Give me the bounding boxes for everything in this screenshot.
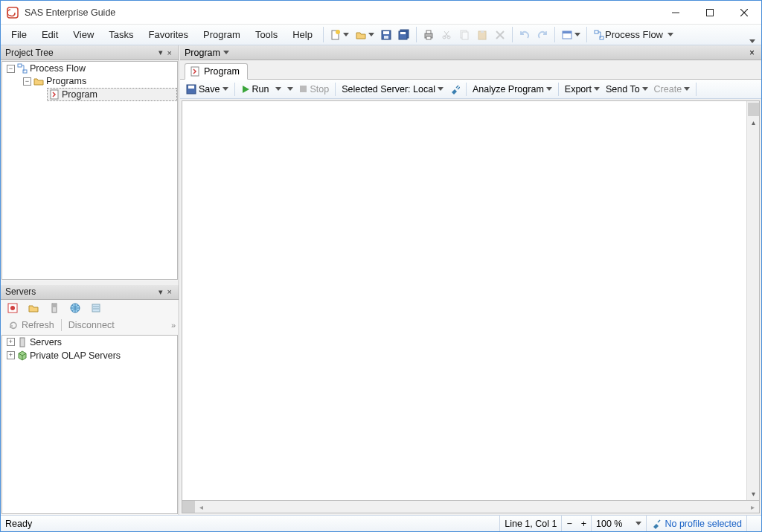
cursor-position: Line 1, Col 1 (499, 516, 561, 531)
zoom-in-button[interactable]: + (577, 516, 591, 531)
pin-button[interactable]: ▾ (156, 287, 165, 297)
tree-node-programs[interactable]: − Programs (22, 75, 177, 87)
chevrons-icon[interactable]: » (171, 321, 176, 330)
zoom-out-button[interactable]: − (561, 516, 576, 531)
analyze-button[interactable]: Analyze Program (470, 84, 555, 94)
send-to-button[interactable]: Send To (603, 84, 651, 94)
save-all-button[interactable] (396, 26, 412, 43)
menu-favorites[interactable]: Favorites (141, 25, 196, 45)
document-title: Program (185, 48, 220, 58)
panel-close-button[interactable]: × (165, 287, 174, 296)
caret-icon (684, 87, 690, 91)
close-button[interactable] (727, 1, 761, 25)
redo-button[interactable] (534, 26, 551, 43)
folder-icon[interactable] (25, 302, 42, 314)
svg-line-47 (456, 86, 458, 88)
menu-tasks[interactable]: Tasks (101, 25, 141, 45)
scroll-left-icon[interactable]: ◂ (195, 501, 208, 513)
toolbar-overflow[interactable] (746, 25, 758, 45)
run-button[interactable]: Run (238, 84, 285, 94)
plug-icon (651, 519, 662, 529)
floppy-icon (380, 29, 392, 41)
server-connect-icon[interactable] (4, 302, 21, 314)
panel-close-button[interactable]: × (165, 48, 174, 57)
scroll-down-icon[interactable]: ▾ (747, 487, 760, 500)
title-bar: SAS Enterprise Guide (1, 1, 761, 25)
editor-toolbar: Save Run Stop Selected Server: Local (180, 80, 761, 99)
profile-label: No profile selected (665, 519, 742, 529)
pin-button[interactable]: ▾ (156, 48, 165, 57)
caret-icon[interactable] (223, 51, 229, 54)
expand-icon[interactable]: + (7, 338, 15, 346)
tree-node-program[interactable]: Program (47, 88, 177, 101)
caret-icon (667, 33, 673, 36)
copy-button[interactable] (456, 26, 473, 43)
expand-icon[interactable]: + (7, 351, 15, 359)
process-flow-button[interactable]: Process Flow (591, 26, 676, 43)
menu-program[interactable]: Program (196, 25, 248, 45)
delete-button[interactable] (492, 26, 508, 43)
svg-rect-9 (384, 36, 388, 39)
svg-rect-12 (400, 32, 406, 34)
paste-button[interactable] (474, 26, 490, 43)
collapse-icon[interactable]: − (7, 65, 15, 73)
save-button[interactable]: Save (183, 84, 231, 94)
resize-grip[interactable] (746, 516, 757, 531)
editor-area: ▴ ▾ ◂ ▸ (180, 99, 761, 515)
code-editor[interactable]: ▴ ▾ (182, 100, 760, 501)
redo-icon (537, 29, 548, 41)
undo-button[interactable] (516, 26, 533, 43)
collapse-icon[interactable]: − (23, 77, 31, 86)
document-close-button[interactable]: × (747, 48, 757, 58)
send-to-label: Send To (606, 84, 640, 94)
svg-rect-21 (462, 32, 468, 39)
servers-tree[interactable]: + Servers + Private OLAP Servers (1, 335, 178, 515)
floppy-icon (186, 84, 196, 94)
stop-label: Stop (310, 84, 329, 94)
vertical-scrollbar[interactable]: ▴ ▾ (746, 101, 759, 500)
globe-icon[interactable] (67, 302, 83, 314)
list-icon[interactable] (88, 302, 104, 314)
tree-label: Programs (46, 76, 86, 86)
server-icon (17, 337, 28, 347)
svg-rect-28 (595, 31, 598, 33)
tab-program[interactable]: Program (185, 63, 248, 80)
refresh-label: Refresh (22, 320, 54, 330)
zoom-level[interactable]: 100 % (591, 516, 646, 531)
layout-button[interactable] (559, 26, 583, 43)
caret-icon (594, 87, 600, 91)
scroll-up-icon[interactable]: ▴ (747, 116, 760, 129)
cut-button[interactable] (438, 26, 455, 43)
menu-view[interactable]: View (65, 25, 101, 45)
profile-button[interactable]: No profile selected (646, 516, 746, 531)
minimize-button[interactable] (659, 1, 693, 25)
project-tree[interactable]: − Process Flow − Programs (1, 61, 178, 280)
refresh-button[interactable]: Refresh (4, 318, 59, 332)
caret-icon[interactable] (287, 87, 293, 91)
new-button[interactable] (327, 26, 351, 43)
save-button[interactable] (378, 26, 394, 43)
menu-file[interactable]: File (4, 25, 34, 45)
tree-node-olap[interactable]: + Private OLAP Servers (5, 350, 177, 362)
maximize-button[interactable] (693, 1, 727, 25)
horizontal-scrollbar[interactable]: ◂ ▸ (182, 501, 760, 513)
connection-icon-button[interactable] (446, 84, 463, 94)
print-button[interactable] (420, 26, 437, 43)
tree-node-servers[interactable]: + Servers (5, 336, 177, 348)
server-icon[interactable] (46, 302, 63, 314)
export-button[interactable]: Export (562, 84, 603, 94)
menu-tools[interactable]: Tools (248, 25, 285, 45)
selected-server-button[interactable]: Selected Server: Local (339, 84, 446, 94)
scroll-thumb[interactable] (748, 103, 759, 116)
scroll-right-icon[interactable]: ▸ (746, 501, 759, 513)
disconnect-button[interactable]: Disconnect (64, 318, 119, 332)
tree-node-process-flow[interactable]: − Process Flow (5, 63, 177, 74)
menu-help[interactable]: Help (285, 25, 320, 45)
tab-label: Program (204, 66, 240, 77)
create-button[interactable]: Create (651, 84, 694, 94)
open-button[interactable] (353, 26, 377, 43)
stop-button[interactable]: Stop (296, 84, 332, 94)
servers-toolbar (1, 300, 179, 316)
menu-edit[interactable]: Edit (34, 25, 65, 45)
layout-icon (561, 29, 573, 41)
